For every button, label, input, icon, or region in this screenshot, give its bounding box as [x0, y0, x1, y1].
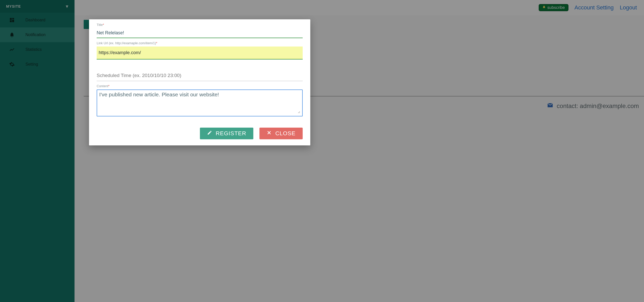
register-label: REGISTER — [216, 130, 246, 137]
content-textarea-wrap — [97, 89, 303, 116]
register-button[interactable]: REGISTER — [200, 128, 253, 139]
scheduled-time-input[interactable] — [97, 70, 303, 81]
title-label: Title* — [97, 23, 303, 27]
close-button[interactable]: CLOSE — [259, 128, 303, 139]
link-url-label: Link Url (ex. http://examaple.com/item/1… — [97, 41, 303, 45]
close-label: CLOSE — [275, 130, 296, 137]
link-url-input[interactable] — [97, 47, 303, 59]
notification-form-modal: Title* Link Url (ex. http://examaple.com… — [89, 19, 310, 145]
title-input[interactable] — [97, 28, 303, 38]
content-textarea[interactable] — [99, 92, 300, 113]
pencil-icon — [207, 130, 212, 137]
content-label: Content* — [97, 84, 303, 88]
close-icon — [267, 130, 272, 137]
